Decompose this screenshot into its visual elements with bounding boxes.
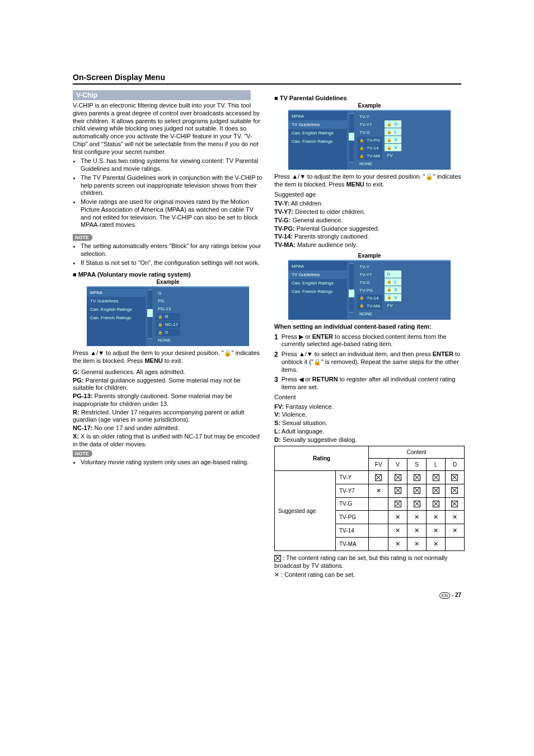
table-cell: ✕ — [388, 537, 407, 550]
osd-rating: TV-Y7 — [357, 121, 382, 128]
table-cell: ✕ — [407, 510, 427, 524]
osd-rating: TV-PG — [357, 137, 382, 144]
osd-menu-item: TV Guidelines — [288, 270, 347, 279]
content-def: L: Adult language. — [274, 428, 465, 436]
rating-def: X: X is an older rating that is unified … — [73, 433, 263, 449]
mpaa-heading: MPAA (Voluntary movie rating system) — [73, 271, 263, 278]
content-badge: S — [385, 136, 401, 143]
table-row: Suggested ageTV-Y — [275, 471, 465, 484]
page-title: On-Screen Display Menu — [73, 73, 461, 82]
osd-rating: TV-G — [357, 279, 382, 286]
table-cell: ✕ — [407, 524, 427, 537]
table-cell — [369, 537, 388, 550]
vchip-notes: The setting automatically enters "Block"… — [73, 242, 263, 267]
osd-menu: MPAA TV Guidelines Can. English Ratings … — [288, 261, 347, 320]
table-header: S — [407, 459, 427, 471]
vchip-intro: V-CHIP is an electronic filtering device… — [73, 102, 263, 156]
osd-mpaa-example: MPAA TV Guidelines Can. English Ratings … — [87, 286, 249, 346]
slider-icon — [349, 263, 354, 312]
example-label: Example — [274, 253, 465, 259]
content-def: D: Sexually suggestive dialog. — [274, 436, 465, 444]
osd-rating: TV-PG — [357, 287, 382, 294]
content-badge: V — [385, 294, 401, 301]
table-header: Rating — [275, 446, 369, 471]
rating-def: TV-Y: All children. — [274, 200, 465, 208]
osd-rating: TV-14 — [357, 144, 382, 152]
slider-icon — [148, 290, 152, 339]
table-cell — [407, 484, 427, 497]
osd-menu-item: Can. French Ratings — [288, 287, 347, 296]
vchip-bullets: The U.S. has two rating systems for view… — [73, 157, 263, 229]
content-badge: D — [385, 270, 401, 278]
osd-menu-item: MPAA — [288, 112, 347, 120]
legend-box: : The content rating can be set, but thi… — [274, 554, 465, 570]
individual-heading: When setting an individual content-based… — [274, 323, 465, 331]
vchip-heading: V-Chip — [73, 90, 251, 100]
content-badge: L — [385, 128, 401, 136]
osd-rating: TV-G — [357, 129, 382, 136]
table-cell — [407, 471, 427, 484]
rating-def: NC-17: No one 17 and under admitted. — [73, 424, 263, 432]
rating-def: G: General audiences. All ages admitted. — [73, 368, 263, 376]
table-header: FV — [369, 459, 388, 471]
rating-def: TV-Y7: Directed to older children. — [274, 208, 465, 216]
rating-def: R: Restricted. Under 17 requires accompa… — [73, 409, 263, 424]
example-label: Example — [73, 279, 263, 285]
divider — [73, 83, 461, 85]
rating-content-table: Rating Content FV V S L D Suggested ageT… — [274, 446, 465, 551]
osd-rating: TV-14 — [357, 295, 382, 302]
lock-icon: 🔒 — [224, 349, 232, 356]
osd-menu-item: Can. English Ratings — [288, 129, 347, 137]
list-item: The U.S. has two rating systems for view… — [81, 157, 263, 173]
right-column: TV Parental Guidelines Example MPAA TV G… — [274, 90, 465, 581]
osd-menu-item: Can. English Ratings — [288, 279, 347, 287]
content-badge: FV — [385, 302, 401, 309]
content-badge: S — [385, 286, 401, 293]
example-label: Example — [274, 102, 465, 109]
osd-rating: NC-17 — [156, 321, 180, 328]
table-header: D — [445, 459, 464, 471]
osd-menu-item: TV Guidelines — [87, 297, 146, 305]
list-item: Movie ratings are used for original movi… — [81, 198, 263, 229]
table-header: V — [388, 459, 407, 471]
table-header: L — [427, 459, 446, 471]
lock-icon: 🔒 — [425, 173, 433, 180]
table-cell: ✕ — [388, 510, 407, 524]
table-cell: TV-Y — [336, 471, 369, 484]
osd-rating: TV-MA — [357, 152, 382, 160]
osd-rating: TV-Y — [357, 113, 382, 120]
list-item: The setting automatically enters "Block"… — [81, 242, 263, 258]
note-badge: NOTE — [73, 234, 92, 241]
table-cell — [445, 537, 464, 550]
table-cell: ✕ — [369, 484, 388, 497]
lang-badge: EN — [439, 592, 450, 599]
table-cell — [388, 471, 407, 484]
osd-rating: NONE — [357, 160, 382, 167]
table-cell — [388, 497, 407, 510]
note-badge: NOTE — [73, 450, 92, 457]
table-cell — [427, 497, 446, 510]
table-cell — [427, 471, 446, 484]
content-badge: V — [385, 144, 401, 151]
tvpg-instruction: Press ▲/▼ to adjust the item to your des… — [274, 173, 465, 189]
table-cell — [407, 497, 427, 510]
table-header: Content — [369, 446, 465, 459]
osd-menu: MPAA TV Guidelines Can. English Ratings … — [288, 111, 347, 170]
content-def: S: Sexual situation. — [274, 419, 465, 427]
osd-tvpg-example-2: MPAA TV Guidelines Can. English Ratings … — [288, 260, 451, 320]
osd-menu-item: Can. English Ratings — [87, 305, 146, 314]
table-cell — [369, 524, 388, 537]
table-cell: ✕ — [445, 524, 464, 537]
crossbox-icon — [274, 555, 281, 562]
slider-icon — [349, 113, 354, 162]
rating-def: TV-14: Parents strongly cautioned. — [274, 233, 465, 241]
table-cell — [388, 484, 407, 497]
osd-content: TV-Y TV-Y7 TV-G TV-PG TV-14 TV-MA NONE D… — [347, 261, 451, 320]
osd-menu-item: MPAA — [288, 262, 347, 270]
table-cell: ✕ — [427, 537, 446, 550]
osd-rating: TV-Y7 — [357, 271, 382, 278]
table-cell — [369, 497, 388, 510]
osd-menu-item: Can. French Ratings — [288, 137, 347, 146]
osd-menu-item: MPAA — [87, 288, 146, 297]
osd-rating: NONE — [357, 310, 382, 318]
